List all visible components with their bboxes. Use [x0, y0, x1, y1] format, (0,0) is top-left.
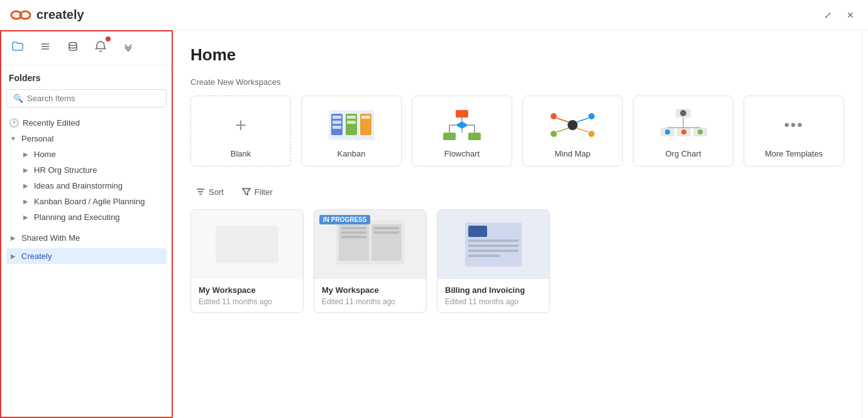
sort-button[interactable]: Sort — [190, 184, 229, 199]
logo-text: creately — [36, 8, 84, 22]
notification-badge-dot — [106, 36, 111, 41]
template-mindmap[interactable]: Mind Map — [522, 96, 623, 167]
svg-line-34 — [577, 128, 588, 132]
template-more[interactable]: ••• More Templates — [744, 96, 844, 167]
workspace-info-3: Billing and Invoicing Edited 11 months a… — [437, 279, 549, 312]
template-blank-label: Blank — [231, 149, 251, 158]
svg-point-5 — [69, 43, 77, 46]
personal-item-label-hr: HR Org Structure — [34, 165, 97, 175]
logo-icon — [10, 8, 31, 22]
workspace-thumb-svg-1 — [209, 219, 285, 270]
personal-item-hr[interactable]: ▶ HR Org Structure — [19, 162, 167, 178]
workspace-date-2: Edited 11 months ago — [322, 297, 419, 306]
personal-folder-item[interactable]: ▼ Personal — [6, 131, 167, 146]
blank-icon: + — [216, 106, 266, 144]
personal-item-label-ideas: Ideas and Brainstorming — [34, 181, 123, 190]
sidebar-tab-list[interactable] — [36, 38, 54, 58]
sidebar-tab-more[interactable] — [119, 38, 137, 58]
svg-point-36 — [680, 110, 686, 116]
workspace-thumb-svg-2 — [332, 219, 408, 270]
sidebar-tab-database[interactable] — [64, 38, 82, 58]
shared-with-me-label: Shared With Me — [21, 233, 80, 243]
svg-point-27 — [551, 113, 557, 119]
workspace-card-1[interactable]: My Workspace Edited 11 months ago — [190, 209, 304, 313]
arrow-home: ▶ — [21, 151, 30, 158]
restore-button[interactable]: ⤢ — [820, 9, 835, 21]
creately-item[interactable]: ▶ Creately — [6, 248, 167, 264]
shared-with-me-item[interactable]: ▶ Shared With Me — [6, 230, 167, 246]
kanban-icon — [326, 106, 376, 144]
personal-item-label-planning: Planning and Executing — [34, 212, 120, 222]
more-templates-icon: ••• — [769, 106, 819, 144]
templates-grid: + Blank — [190, 96, 844, 167]
svg-rect-53 — [371, 224, 402, 261]
content-area: Home Create New Workspaces + Blank — [173, 30, 868, 418]
template-orgchart[interactable]: Org Chart — [633, 96, 733, 167]
page-title: Home — [190, 45, 844, 65]
sort-label: Sort — [209, 187, 224, 197]
recently-edited-item[interactable]: 🕐 Recently Edited — [6, 115, 167, 131]
arrow-planning: ▶ — [21, 214, 30, 221]
svg-rect-16 — [456, 110, 468, 118]
creately-label: Creately — [21, 251, 52, 261]
workspace-card-2[interactable]: IN PROGRESS My Works — [314, 209, 427, 313]
personal-item-kanban[interactable]: ▶ Kanban Board / Agile Planning — [19, 194, 167, 209]
svg-rect-19 — [468, 133, 481, 140]
arrow-hr: ▶ — [21, 167, 30, 173]
workspace-badge-2: IN PROGRESS — [319, 215, 370, 224]
svg-marker-49 — [243, 189, 250, 195]
svg-rect-15 — [361, 116, 370, 119]
filter-icon — [241, 187, 251, 197]
personal-item-home[interactable]: ▶ Home — [19, 146, 167, 162]
svg-line-32 — [577, 118, 588, 122]
template-flowchart[interactable]: Flowchart — [412, 96, 512, 167]
workspace-card-3[interactable]: Billing and Invoicing Edited 11 months a… — [437, 209, 550, 313]
svg-rect-62 — [468, 245, 519, 247]
svg-rect-58 — [374, 231, 399, 234]
personal-children: ▶ Home ▶ HR Org Structure ▶ Ideas and Br… — [6, 146, 167, 225]
close-button[interactable]: ✕ — [843, 9, 858, 21]
top-bar: creately ⤢ ✕ — [0, 0, 868, 30]
workspace-thumb-1 — [191, 210, 303, 279]
workspace-grid: My Workspace Edited 11 months ago IN PRO… — [190, 209, 844, 313]
sidebar-content: Folders 🔍 🕐 Recently Edited ▼ Personal ▶… — [1, 65, 172, 417]
template-more-label: More Templates — [765, 149, 823, 158]
workspace-thumb-svg-3 — [456, 219, 531, 270]
sidebar-tab-folder[interactable] — [9, 38, 26, 58]
personal-item-planning[interactable]: ▶ Planning and Executing — [19, 209, 167, 225]
personal-item-label-kanban: Kanban Board / Agile Planning — [34, 197, 145, 206]
personal-item-label-home: Home — [34, 150, 56, 159]
personal-item-ideas[interactable]: ▶ Ideas and Brainstorming — [19, 178, 167, 194]
clock-icon: 🕐 — [9, 118, 19, 128]
sort-icon — [195, 187, 206, 197]
mindmap-icon — [547, 106, 598, 144]
svg-rect-52 — [339, 224, 369, 261]
flowchart-icon — [437, 106, 487, 144]
personal-label: Personal — [21, 134, 53, 143]
svg-rect-18 — [443, 133, 456, 140]
sidebar-tab-notification[interactable] — [92, 38, 109, 58]
workspace-name-3: Billing and Invoicing — [445, 285, 542, 295]
window-controls: ⤢ ✕ — [820, 9, 858, 21]
template-kanban[interactable]: Kanban — [301, 96, 402, 167]
template-blank[interactable]: + Blank — [190, 96, 291, 167]
filter-label: Filter — [255, 187, 273, 197]
svg-rect-13 — [347, 116, 356, 119]
sidebar-tabs — [1, 31, 172, 65]
creately-arrow: ▶ — [9, 253, 18, 260]
svg-line-33 — [557, 128, 568, 132]
shared-arrow: ▶ — [9, 234, 18, 241]
svg-point-29 — [551, 131, 557, 137]
arrow-ideas: ▶ — [21, 182, 30, 189]
workspace-name-1: My Workspace — [199, 285, 295, 295]
search-input[interactable] — [27, 94, 160, 103]
filter-button[interactable]: Filter — [236, 184, 278, 199]
workspace-info-2: My Workspace Edited 11 months ago — [314, 279, 426, 312]
svg-point-30 — [588, 131, 595, 137]
recently-edited-label: Recently Edited — [23, 118, 80, 128]
svg-point-28 — [588, 113, 595, 119]
svg-point-38 — [665, 129, 670, 135]
template-orgchart-label: Org Chart — [665, 149, 701, 158]
svg-point-26 — [568, 120, 578, 130]
search-box[interactable]: 🔍 — [6, 89, 167, 107]
